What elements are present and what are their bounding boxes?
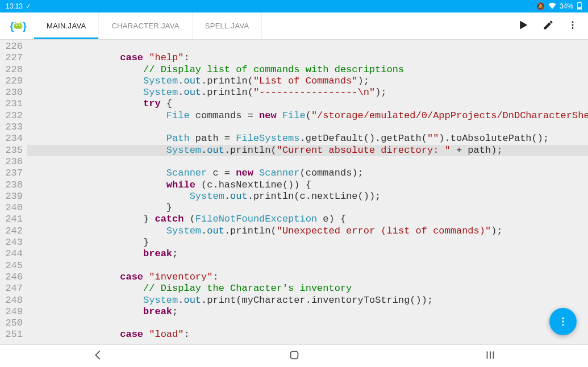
code-line[interactable]: Scanner c = new Scanner(commands);	[27, 168, 588, 179]
svg-point-5	[16, 24, 17, 26]
svg-point-13	[562, 318, 564, 319]
nav-recents-icon[interactable]	[461, 344, 519, 368]
svg-point-14	[562, 320, 564, 322]
code-line[interactable]: // Display list of commands with descrip…	[27, 64, 588, 76]
mute-icon: 🔕	[536, 2, 545, 10]
code-editor[interactable]: 2262272282292302312322332342352362372382…	[0, 40, 588, 344]
fab-more-button[interactable]	[549, 308, 577, 335]
svg-rect-16	[290, 351, 298, 358]
code-line[interactable]	[27, 156, 588, 168]
code-line[interactable]: System.out.println("Current absolute dir…	[27, 145, 588, 156]
status-time: 13:13	[6, 2, 23, 10]
code-line[interactable]: System.out.println("List of Commands");	[27, 76, 588, 87]
code-line[interactable]	[27, 260, 588, 272]
svg-point-12	[572, 27, 574, 28]
code-line[interactable]: } catch (FileNotFoundException e) {	[27, 214, 588, 225]
code-line[interactable]: File commands = new File("/storage/emula…	[27, 110, 588, 122]
toolbar: { } MAIN.JAVA CHARACTER.JAVA SPELL.JAVA	[0, 12, 588, 40]
edit-icon[interactable]	[543, 19, 554, 33]
svg-text:{: {	[10, 20, 14, 32]
tabs-container: MAIN.JAVA CHARACTER.JAVA SPELL.JAVA	[34, 12, 518, 39]
svg-point-15	[562, 324, 564, 326]
code-line[interactable]: System.out.println("-----------------\n"…	[27, 87, 588, 98]
svg-point-10	[572, 21, 574, 23]
svg-point-11	[572, 24, 574, 26]
svg-point-6	[19, 24, 20, 26]
code-line[interactable]: System.out.println(c.nextLine());	[27, 191, 588, 202]
play-icon[interactable]	[518, 19, 529, 33]
tab-main-java[interactable]: MAIN.JAVA	[34, 12, 99, 39]
code-line[interactable]: case "load":	[27, 329, 588, 340]
code-line[interactable]	[27, 41, 588, 52]
svg-rect-8	[22, 24, 23, 27]
code-line[interactable]	[27, 318, 588, 329]
nav-back-icon[interactable]	[69, 344, 127, 368]
svg-text:}: }	[23, 20, 27, 32]
code-line[interactable]: case "inventory":	[27, 272, 588, 283]
code-line[interactable]: System.out.println("Unexpected error (li…	[27, 226, 588, 237]
code-line[interactable]: }	[27, 202, 588, 214]
battery-text: 34%	[560, 2, 573, 10]
code-line[interactable]: break;	[27, 306, 588, 318]
code-line[interactable]: // Display the Character's inventory	[27, 283, 588, 294]
more-icon[interactable]	[568, 19, 578, 33]
tab-spell-java[interactable]: SPELL.JAVA	[193, 12, 262, 39]
line-gutter: 2262272282292302312322332342352362372382…	[0, 40, 27, 344]
code-line[interactable]: System.out.print(myCharacter.inventoryTo…	[27, 295, 588, 306]
status-bar: 13:13 ✓ 🔕 34%	[0, 0, 588, 12]
code-line[interactable]: try {	[27, 98, 588, 110]
svg-rect-7	[14, 24, 15, 27]
nav-home-icon[interactable]	[265, 344, 323, 368]
svg-rect-4	[15, 23, 21, 29]
code-line[interactable]: }	[27, 237, 588, 248]
code-line[interactable]	[27, 122, 588, 133]
code-line[interactable]: break;	[27, 248, 588, 260]
code-line[interactable]: while (c.hasNextLine()) {	[27, 180, 588, 191]
battery-icon	[577, 2, 582, 11]
svg-rect-2	[578, 7, 581, 9]
tab-character-java[interactable]: CHARACTER.JAVA	[99, 12, 192, 39]
app-logo-icon[interactable]: { }	[9, 17, 27, 35]
code-line[interactable]: Path path = FileSystems.getDefault().get…	[27, 133, 588, 144]
wifi-icon	[548, 2, 556, 11]
code-line[interactable]: case "help":	[27, 52, 588, 64]
nav-bar	[0, 344, 588, 367]
code-area[interactable]: case "help": // Display list of commands…	[27, 40, 588, 344]
checkmark-icon: ✓	[26, 2, 31, 10]
